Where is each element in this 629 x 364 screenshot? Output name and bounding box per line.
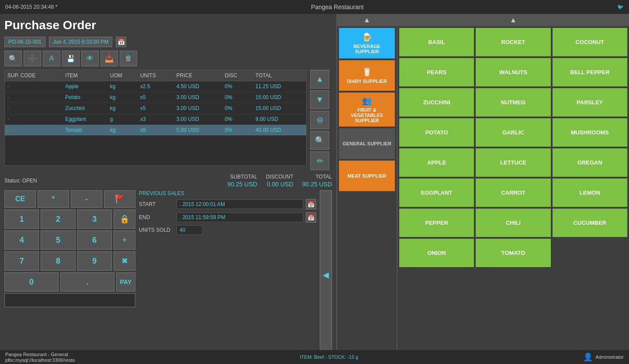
cell-units: x2.5 <box>138 81 174 92</box>
item-apple[interactable]: APPLE <box>399 148 474 177</box>
item-garlic[interactable]: GARLIC <box>476 118 550 147</box>
calendar-button[interactable]: 📅 <box>116 37 126 47</box>
col-uom: UOM <box>107 70 138 81</box>
numpad-input[interactable] <box>4 293 135 307</box>
delete-button[interactable]: 🗑 <box>120 51 137 66</box>
subtotal-col: SUBTOTAL 90.25 USD <box>227 174 257 188</box>
item-pears[interactable]: PEARS <box>399 58 474 86</box>
cell-sup_code: · <box>5 114 62 125</box>
multiply-button[interactable]: * <box>38 190 69 208</box>
cell-uom: kg <box>107 103 138 114</box>
total-label: TOTAL <box>315 174 332 180</box>
item-onion[interactable]: ONION <box>399 239 474 267</box>
digit-2-button[interactable]: 2 <box>41 209 75 229</box>
user-icon: 👤 <box>583 352 593 362</box>
item-lettuce[interactable]: LETTUCE <box>476 148 550 177</box>
digit-7-button[interactable]: 7 <box>4 251 39 271</box>
add-button[interactable]: ➕ <box>24 51 41 66</box>
subtotal-value: 90.25 USD <box>227 181 257 188</box>
units-label: UNITS SOLD <box>139 227 174 233</box>
save-button[interactable]: 💾 <box>62 51 79 66</box>
supplier-diary[interactable]: 🥛DIARY SUPPLIER <box>339 60 395 91</box>
item-rocket[interactable]: ROCKET <box>476 28 550 56</box>
item-tomato[interactable]: TOMATO <box>476 239 550 267</box>
item-zucchini[interactable]: ZUCCHINI <box>399 88 474 117</box>
ce-button[interactable]: CE <box>4 190 36 208</box>
font-button[interactable]: A <box>43 51 60 66</box>
item-oregan[interactable]: OREGAN <box>553 148 627 177</box>
end-value: . 2015 11:59:59 PM <box>176 213 303 222</box>
dot-button[interactable]: . <box>60 272 114 292</box>
item-eggplant[interactable]: EGGPLANT <box>399 179 474 207</box>
prev-sales-title: PREVIOUS SALES <box>139 190 316 196</box>
items-scroll-up[interactable]: ▲ <box>397 14 629 26</box>
cell-item: Potato <box>62 92 107 103</box>
item-cucumber[interactable]: CUCUMBER <box>553 209 627 237</box>
search-item-button[interactable]: 🔍 <box>310 131 329 150</box>
scroll-down-button[interactable]: ▼ <box>310 90 329 109</box>
cell-uom: g <box>107 114 138 125</box>
plus-button[interactable]: + <box>114 230 135 250</box>
flag-button[interactable]: 🚩 <box>104 190 135 208</box>
supplier-panel: ▲ 🍺BEVERAGE SUPPLIER🥛DIARY SUPPLIER👥FRUI… <box>336 14 397 364</box>
item-lemon[interactable]: LEMON <box>553 179 627 207</box>
supplier-general[interactable]: GENERAL SUPPLIER <box>339 128 395 159</box>
table-row[interactable]: ·Eggplantgx33.00 USD0%9.00 USD <box>5 114 306 125</box>
item-nutmeg[interactable]: NUTMEG <box>476 88 550 117</box>
pay-button[interactable]: PAY <box>116 272 135 292</box>
scroll-up-button[interactable]: ▲ <box>310 70 329 89</box>
supplier-beverage[interactable]: 🍺BEVERAGE SUPPLIER <box>339 28 395 58</box>
search-button[interactable]: 🔍 <box>4 51 22 66</box>
status-text: Status: OPEN <box>4 178 37 184</box>
totals-area: SUBTOTAL 90.25 USD DISCOUNT 0.00 USD TOT… <box>227 174 332 188</box>
table-row[interactable]: ·Potatokgx53.00 USD0%15.00 USD <box>5 92 306 103</box>
end-row: END . 2015 11:59:59 PM 📅 <box>139 212 316 223</box>
supplier-meat[interactable]: MEAT SUPPLIER <box>339 161 395 191</box>
item-basil[interactable]: BASIL <box>399 28 474 56</box>
status-bar: Status: OPEN SUBTOTAL 90.25 USD DISCOUNT… <box>4 174 332 188</box>
item-carrot[interactable]: CARROT <box>476 179 550 207</box>
up-icon-button[interactable]: 🔒 <box>114 209 135 229</box>
table-row[interactable]: ·Tomatokgx85.00 USD0%40.00 USD <box>5 125 306 136</box>
supplier-label: FRUIT & VEGETABLES SUPPLIER <box>342 107 392 123</box>
digit-8-button[interactable]: 8 <box>41 251 75 271</box>
item-mushrooms[interactable]: MUSHROOMS <box>553 118 627 147</box>
eye-button[interactable]: 👁 <box>81 51 99 66</box>
start-calendar-button[interactable]: 📅 <box>306 199 316 209</box>
diary-icon: 🥛 <box>362 67 372 77</box>
digit-9-button[interactable]: 9 <box>77 251 112 271</box>
remove-button[interactable]: ⊖ <box>310 111 329 130</box>
db-connection: jdbc:mysql://localhost:3306/resto <box>5 357 75 363</box>
table-row[interactable]: ·Applekgx2.54.50 USD0%11.25 USD <box>5 81 306 92</box>
supplier-label: GENERAL SUPPLIER <box>342 141 391 146</box>
clear-x-button[interactable]: ✖ <box>114 251 135 271</box>
end-calendar-button[interactable]: 📅 <box>306 212 316 223</box>
supplier-label: BEVERAGE SUPPLIER <box>342 44 392 54</box>
item-walnuts[interactable]: WALNUTS <box>476 58 550 86</box>
item-pepper[interactable]: PEPPER <box>399 209 474 237</box>
supplier-scroll-up[interactable]: ▲ <box>337 14 397 26</box>
supplier-fruit-veg[interactable]: 👥FRUIT & VEGETABLES SUPPLIER <box>339 93 395 127</box>
digit-3-button[interactable]: 3 <box>77 209 112 229</box>
export-button[interactable]: 📤 <box>100 51 118 66</box>
digit-6-button[interactable]: 6 <box>77 230 112 250</box>
cell-sup_code: · <box>5 103 62 114</box>
cell-disc: 0% <box>222 114 253 125</box>
item-coconut[interactable]: COCONUT <box>553 28 627 56</box>
digit-4-button[interactable]: 4 <box>4 230 39 250</box>
order-table: SUP. CODE ITEM UOM UNITS PRICE DISC TOTA… <box>5 70 306 136</box>
digit-5-button[interactable]: 5 <box>41 230 75 250</box>
cell-total: 15.00 USD <box>253 92 306 103</box>
item-bell-pepper[interactable]: BELL PEPPER <box>553 58 627 86</box>
digit-1-button[interactable]: 1 <box>4 209 39 229</box>
edit-button[interactable]: ✏ <box>310 151 329 170</box>
cell-units: x8 <box>138 125 174 136</box>
total-col: TOTAL 90.25 USD <box>302 174 332 188</box>
collapse-button[interactable]: ◀ <box>320 190 332 360</box>
item-parsley[interactable]: PARSLEY <box>553 88 627 117</box>
item-potato[interactable]: POTATO <box>399 118 474 147</box>
minus-button[interactable]: - <box>71 190 102 208</box>
item-chili[interactable]: CHILI <box>476 209 550 237</box>
table-row[interactable]: ·Zucchinikgx53.00 USD0%15.00 USD <box>5 103 306 114</box>
zero-button[interactable]: 0 <box>4 272 59 292</box>
